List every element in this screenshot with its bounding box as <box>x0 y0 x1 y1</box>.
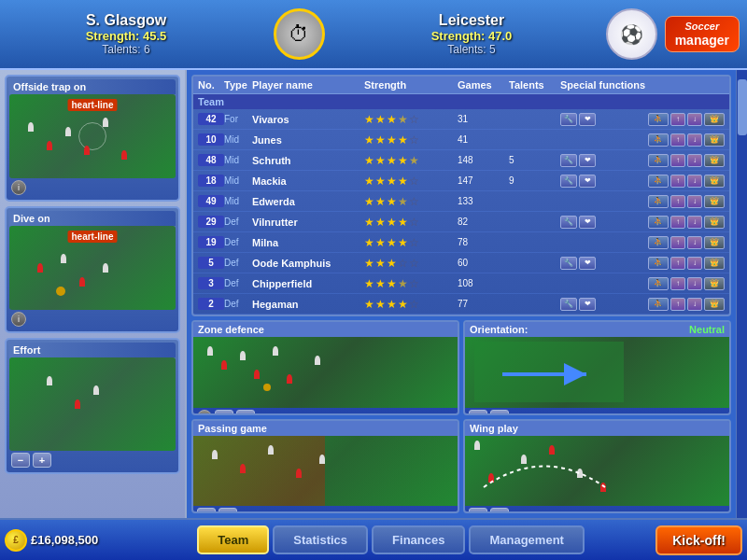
info-btn2[interactable]: i <box>11 312 26 327</box>
action-btn2[interactable]: ↑ <box>670 216 685 229</box>
action-btn4[interactable]: 👑 <box>704 257 725 270</box>
player-type: Def <box>224 217 252 227</box>
action-btn1[interactable]: ⛹ <box>648 113 669 126</box>
action-btn3[interactable]: ↓ <box>687 113 702 126</box>
special-btn2[interactable]: ❤ <box>579 175 596 188</box>
scrollbar-thumb[interactable] <box>738 79 747 135</box>
table-row[interactable]: 42 For Vivaros ★★★★☆ 31 🔧 ❤ ⛹ ↑ ↓ 👑 <box>193 109 729 130</box>
action-btn2[interactable]: ↑ <box>670 257 685 270</box>
action-btn4[interactable]: 👑 <box>704 216 725 229</box>
special-btn[interactable]: 🔧 <box>560 216 577 229</box>
f-player <box>212 450 218 459</box>
away-team-name: Leicester <box>439 12 504 29</box>
action-btn1[interactable]: ⛹ <box>648 216 669 229</box>
wing-minus-btn[interactable]: − <box>469 508 487 513</box>
action-btn1[interactable]: ⛹ <box>648 133 669 147</box>
scrollbar[interactable] <box>736 70 747 518</box>
table-row[interactable]: 10 Mid Junes ★★★★☆ 41 ⛹ ↑ ↓ 👑 <box>193 130 729 150</box>
action-btn3[interactable]: ↓ <box>687 298 702 311</box>
action-btn4[interactable]: 👑 <box>704 195 725 208</box>
special-btn2[interactable]: ❤ <box>579 216 596 229</box>
action-btn4[interactable]: 👑 <box>704 236 725 249</box>
table-row[interactable]: 29 Def Vilnrutter ★★★★☆ 82 🔧 ❤ ⛹ ↑ ↓ 👑 <box>193 212 729 232</box>
action-btn3[interactable]: ↓ <box>687 216 702 229</box>
passing-minus-btn[interactable]: − <box>197 508 216 513</box>
wing-plus-btn[interactable]: + <box>490 508 509 513</box>
special-btn2[interactable]: ❤ <box>579 257 596 270</box>
action-btn3[interactable]: ↓ <box>687 154 702 167</box>
action-btn4[interactable]: 👑 <box>704 113 725 126</box>
special-btn2[interactable]: ❤ <box>579 298 596 311</box>
special-btn2[interactable]: ❤ <box>579 154 596 167</box>
zone-minus-btn[interactable]: − <box>215 410 233 415</box>
action-btn3[interactable]: ↓ <box>687 175 702 188</box>
player-name: Hegaman <box>252 299 364 310</box>
action-btn3[interactable]: ↓ <box>687 277 702 290</box>
dive-label: Dive on <box>9 211 176 226</box>
orientation-plus-btn[interactable]: + <box>490 410 509 415</box>
action-btn4[interactable]: 👑 <box>704 133 725 147</box>
special-btn2[interactable]: ❤ <box>579 113 596 126</box>
orientation-minus-btn[interactable]: − <box>469 410 487 415</box>
tab-statistics[interactable]: Statistics <box>273 525 368 554</box>
action-btn3[interactable]: ↓ <box>687 236 702 249</box>
table-row[interactable]: 3 Def Chipperfield ★★★★☆ 108 ⛹ ↑ ↓ 👑 <box>193 273 729 294</box>
minus-btn[interactable]: − <box>11 453 30 468</box>
info-btn[interactable]: i <box>11 180 26 195</box>
action-btn1[interactable]: ⛹ <box>648 298 669 311</box>
special-btn[interactable]: 🔧 <box>560 175 577 188</box>
plus-btn[interactable]: + <box>33 453 51 468</box>
action-btn1[interactable]: ⛹ <box>648 236 669 249</box>
special-btn[interactable]: 🔧 <box>560 257 577 270</box>
offside-trap-controls: i <box>9 178 176 197</box>
zone-info-btn[interactable]: i <box>197 410 212 415</box>
effort-controls[interactable]: − + <box>9 451 176 469</box>
table-row[interactable]: 18 Mid Mackia ★★★★☆ 147 9 🔧 ❤ ⛹ ↑ ↓ 👑 <box>193 171 729 191</box>
action-btn2[interactable]: ↑ <box>670 113 685 126</box>
action-btn3[interactable]: ↓ <box>687 195 702 208</box>
table-row[interactable]: 49 Mid Edwerda ★★★★☆ 133 ⛹ ↑ ↓ 👑 <box>193 191 729 212</box>
player-type: Mid <box>224 134 252 145</box>
tab-management[interactable]: Management <box>469 525 584 554</box>
passing-plus-btn[interactable]: + <box>218 508 237 513</box>
player-talents: 9 <box>509 175 560 186</box>
player-special: 🔧 ❤ ⛹ ↑ ↓ 👑 <box>560 175 725 188</box>
action-btn1[interactable]: ⛹ <box>648 257 669 270</box>
action-btn4[interactable]: 👑 <box>704 298 725 311</box>
table-row[interactable]: 2 Def Hegaman ★★★★☆ 77 🔧 ❤ ⛹ ↑ ↓ 👑 <box>193 294 729 315</box>
zone-plus-btn[interactable]: + <box>236 410 255 415</box>
action-btn2[interactable]: ↑ <box>670 277 685 290</box>
action-btn1[interactable]: ⛹ <box>648 175 669 188</box>
f-player <box>207 346 213 356</box>
action-btn2[interactable]: ↑ <box>670 195 685 208</box>
action-btn4[interactable]: 👑 <box>704 154 725 167</box>
action-btn4[interactable]: 👑 <box>704 277 725 290</box>
action-btn1[interactable]: ⛹ <box>648 277 669 290</box>
table-row[interactable]: 5 Def Oode Kamphuis ★★★☆☆ 60 🔧 ❤ ⛹ ↑ ↓ 👑 <box>193 253 729 273</box>
action-btn3[interactable]: ↓ <box>687 257 702 270</box>
player-type: Mid <box>224 175 252 186</box>
table-row[interactable]: 30 Goal Goilleux ★★★★☆ 86 ⛹ ↑ ↓ 👑 <box>193 315 729 316</box>
special-btn[interactable]: 🔧 <box>560 113 577 126</box>
special-btn[interactable]: 🔧 <box>560 154 577 167</box>
table-row[interactable]: 48 Mid Schruth ★★★★★ 148 5 🔧 ❤ ⛹ ↑ ↓ 👑 <box>193 150 729 171</box>
action-btn2[interactable]: ↑ <box>670 175 685 188</box>
player-type: Def <box>224 237 252 247</box>
player-strength: ★★★★☆ <box>364 277 458 290</box>
action-btn2[interactable]: ↑ <box>670 236 685 249</box>
tab-finances[interactable]: Finances <box>372 525 465 554</box>
action-btn2[interactable]: ↑ <box>670 298 685 311</box>
action-btn1[interactable]: ⛹ <box>648 154 669 167</box>
special-btn[interactable]: 🔧 <box>560 298 577 311</box>
tab-team[interactable]: Team <box>197 525 269 554</box>
table-row[interactable]: 19 Def Milna ★★★★☆ 78 ⛹ ↑ ↓ 👑 <box>193 232 729 253</box>
field-player <box>121 150 127 160</box>
field-player <box>47 141 52 150</box>
kickoff-button[interactable]: Kick-off! <box>655 525 742 555</box>
action-btn3[interactable]: ↓ <box>687 133 702 147</box>
action-btn1[interactable]: ⛹ <box>648 195 669 208</box>
player-strength: ★★★★☆ <box>364 175 458 188</box>
action-btn2[interactable]: ↑ <box>670 154 685 167</box>
action-btn4[interactable]: 👑 <box>704 175 725 188</box>
action-btn2[interactable]: ↑ <box>670 133 685 147</box>
